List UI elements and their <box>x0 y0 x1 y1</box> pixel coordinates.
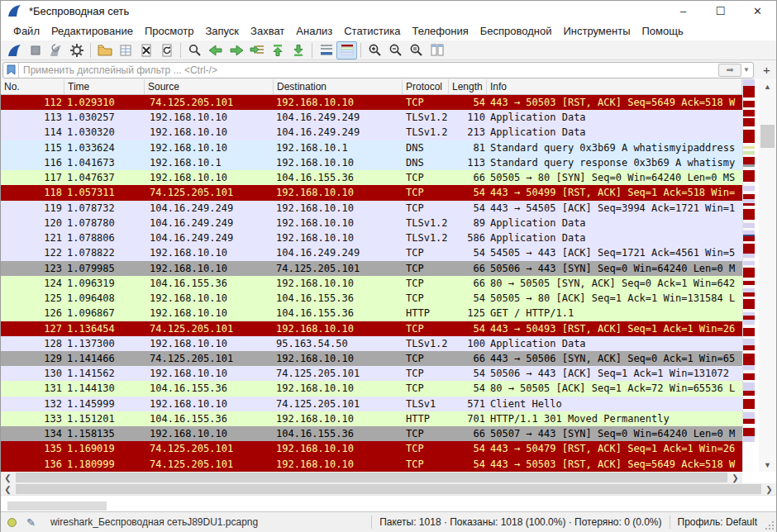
menu-item-6[interactable]: Статистика <box>338 22 406 40</box>
column-header-destination[interactable]: Destination <box>274 79 403 94</box>
go-top-button[interactable] <box>267 41 288 59</box>
menu-item-8[interactable]: Беспроводной <box>474 22 558 40</box>
cell-len: 54 <box>449 201 487 216</box>
packet-row-136[interactable]: 1361.18099974.125.205.101192.168.10.10TC… <box>1 457 742 472</box>
menu-item-0[interactable]: Файл <box>7 22 45 40</box>
go-bottom-button[interactable] <box>288 41 308 59</box>
restart-capture-button[interactable] <box>45 41 66 59</box>
horizontal-scrollbar-thumb[interactable] <box>16 484 761 494</box>
cell-info: HTTP/1.1 301 Moved Permanently <box>487 411 742 426</box>
packet-row-124[interactable]: 1241.096319104.16.155.36192.168.10.10TCP… <box>1 276 742 291</box>
packet-row-117[interactable]: 1171.047637192.168.10.10104.16.155.36TCP… <box>1 170 742 185</box>
cell-info: 80 → 50505 [SYN, ACK] Seq=0 Ack=1 Win=64… <box>487 276 742 291</box>
display-filter-field[interactable]: ➡ ▼ <box>2 62 754 78</box>
column-header-time[interactable]: Time <box>64 79 145 94</box>
packet-row-129[interactable]: 1291.14146674.125.205.101192.168.10.10TC… <box>1 351 742 366</box>
packet-row-133[interactable]: 1331.151201104.16.155.36192.168.10.10HTT… <box>1 411 742 426</box>
reload-file-button[interactable] <box>156 41 177 59</box>
packet-row-130[interactable]: 1301.141562192.168.10.1074.125.205.101TC… <box>1 366 742 381</box>
scroll-right-icon[interactable]: ❯ <box>728 472 742 483</box>
start-capture-button[interactable] <box>4 41 25 59</box>
minimize-button[interactable]: – <box>665 1 702 21</box>
packet-row-120[interactable]: 1201.078780104.16.249.249192.168.10.10TL… <box>1 216 742 230</box>
menu-item-4[interactable]: Захват <box>245 22 290 40</box>
apply-filter-button[interactable]: ➡ <box>718 64 741 77</box>
column-header-length[interactable]: Length <box>449 79 487 94</box>
close-file-button[interactable] <box>136 41 156 59</box>
autoscroll-button[interactable] <box>316 41 336 59</box>
go-forward-button[interactable] <box>226 41 246 59</box>
menu-item-9[interactable]: Инструменты <box>557 22 636 40</box>
menu-item-1[interactable]: Редактирование <box>45 22 139 40</box>
menu-item-10[interactable]: Помощь <box>636 22 689 40</box>
packet-row-113[interactable]: 1131.030257192.168.10.10104.16.249.249TL… <box>1 110 742 125</box>
minimap-stripe <box>743 170 755 182</box>
horizontal-scrollbar-secondary[interactable]: ❮ ❯ <box>1 483 776 495</box>
zoom-reset-button[interactable] <box>406 41 427 59</box>
scroll-right-icon[interactable]: ❯ <box>762 483 776 495</box>
zoom-out-button[interactable] <box>385 41 406 59</box>
filter-dropdown-caret-icon[interactable]: ▼ <box>743 66 750 74</box>
horizontal-scrollbar-thumb[interactable] <box>16 473 727 482</box>
packet-row-122[interactable]: 1221.078822192.168.10.10104.16.249.249TC… <box>1 245 742 260</box>
scroll-up-icon[interactable]: ▲ <box>759 79 776 93</box>
packet-row-114[interactable]: 1141.030320192.168.10.10104.16.249.249TL… <box>1 125 742 140</box>
resize-columns-button[interactable] <box>427 41 447 59</box>
menu-item-2[interactable]: Просмотр <box>139 22 199 40</box>
packet-row-128[interactable]: 1281.137300192.168.10.1095.163.54.50TLSv… <box>1 336 742 351</box>
packet-row-115[interactable]: 1151.033624192.168.10.10192.168.10.1DNS8… <box>1 140 742 155</box>
save-file-button[interactable] <box>115 41 136 59</box>
column-header-protocol[interactable]: Protocol <box>403 79 449 94</box>
filter-bookmark-icon[interactable] <box>3 63 19 78</box>
close-button[interactable]: ✕ <box>739 1 776 21</box>
find-packet-button[interactable] <box>184 41 205 59</box>
column-header-source[interactable]: Source <box>145 79 274 94</box>
cell-info: 443 → 50503 [RST, ACK] Seq=5649 Ack=518 … <box>487 95 742 110</box>
cell-proto: TCP <box>403 457 449 472</box>
packet-row-116[interactable]: 1161.041673192.168.10.1192.168.10.10DNS1… <box>1 155 742 170</box>
lower-scrollbar-thumb[interactable] <box>7 501 107 511</box>
packet-row-112[interactable]: 1121.02931074.125.205.101192.168.10.10TC… <box>1 95 742 110</box>
colorize-button[interactable] <box>336 41 357 59</box>
packet-row-121[interactable]: 1211.078806104.16.249.249192.168.10.10TL… <box>1 230 742 245</box>
cell-len: 54 <box>449 291 487 306</box>
minimap-stripe <box>743 428 755 436</box>
profile-label[interactable]: Профиль: Default <box>670 515 765 530</box>
expert-info-icon[interactable] <box>7 518 17 527</box>
capture-comment-icon[interactable]: ✎ <box>26 516 36 529</box>
packet-row-125[interactable]: 1251.096408192.168.10.10104.16.155.36TCP… <box>1 291 742 306</box>
resize-grip-icon[interactable] <box>765 520 775 530</box>
stop-capture-button[interactable] <box>25 41 45 59</box>
column-header-info[interactable]: Info <box>487 79 742 94</box>
packet-row-119[interactable]: 1191.078732104.16.249.249192.168.10.10TC… <box>1 201 742 216</box>
packet-row-135[interactable]: 1351.16901974.125.205.101192.168.10.10TC… <box>1 441 742 456</box>
cell-time: 1.145999 <box>64 397 145 411</box>
display-filter-input[interactable] <box>19 64 718 76</box>
horizontal-scrollbar-list[interactable]: ❮ ❯ <box>1 472 742 483</box>
menu-item-5[interactable]: Анализ <box>290 22 338 40</box>
packet-row-127[interactable]: 1271.13645474.125.205.101192.168.10.10TC… <box>1 321 742 336</box>
menu-item-3[interactable]: Запуск <box>199 22 245 40</box>
go-to-packet-button[interactable] <box>246 41 267 59</box>
scroll-down-icon[interactable]: ▼ <box>759 458 776 472</box>
packet-row-131[interactable]: 1311.144130104.16.155.36192.168.10.10TCP… <box>1 381 742 396</box>
packet-row-118[interactable]: 1181.05731174.125.205.101192.168.10.10TC… <box>1 185 742 200</box>
packet-row-123[interactable]: 1231.079985192.168.10.1074.125.205.101TC… <box>1 261 742 276</box>
vertical-scrollbar-thumb[interactable] <box>760 125 775 148</box>
add-filter-button[interactable]: + <box>759 62 775 78</box>
column-header-no[interactable]: No. <box>1 79 64 94</box>
packet-row-126[interactable]: 1261.096867192.168.10.10104.16.155.36HTT… <box>1 306 742 321</box>
packet-row-134[interactable]: 1341.158135192.168.10.10104.16.155.36TCP… <box>1 426 742 441</box>
go-back-button[interactable] <box>205 41 226 59</box>
menu-item-7[interactable]: Телефония <box>406 22 474 40</box>
open-file-button[interactable] <box>94 41 115 59</box>
intelligent-scrollbar-minimap[interactable] <box>742 79 755 472</box>
scroll-left-icon[interactable]: ❮ <box>1 472 15 483</box>
scroll-left-icon[interactable]: ❮ <box>1 483 15 495</box>
minimap-stripe <box>743 382 755 391</box>
vertical-scrollbar[interactable]: ▲ ▼ <box>759 79 776 472</box>
maximize-button[interactable]: ☐ <box>702 1 739 21</box>
capture-options-button[interactable] <box>66 41 87 59</box>
packet-row-132[interactable]: 1321.145999192.168.10.1074.125.205.101TL… <box>1 397 742 411</box>
zoom-in-button[interactable] <box>365 41 385 59</box>
